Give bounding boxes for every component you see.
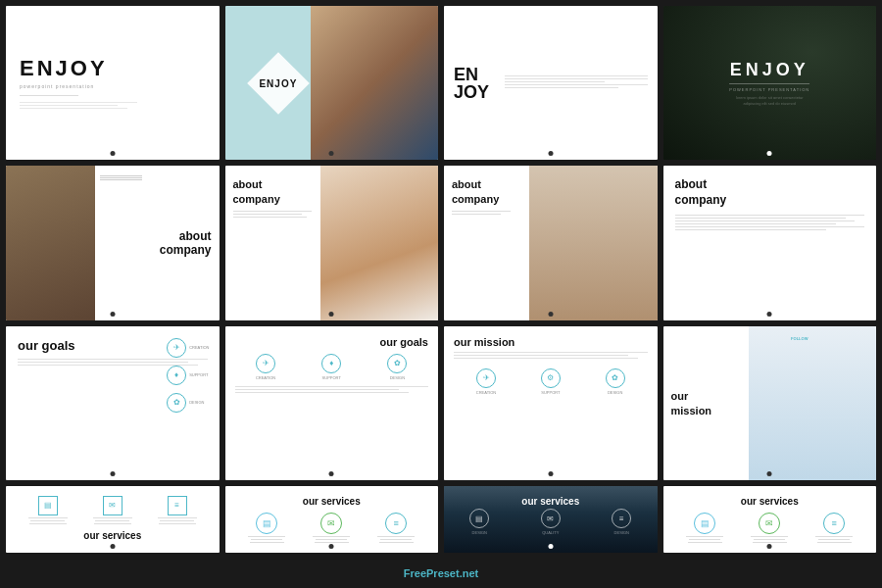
watermark-text: FreePreset.net (404, 567, 478, 579)
dark-service-icon-2: ✉ (541, 509, 561, 528)
slide-dot (110, 151, 115, 156)
coffee-image (320, 166, 438, 319)
slide-dot (548, 151, 553, 156)
slide-dot (548, 544, 553, 549)
goal-grid-icon-2: ♦ (321, 354, 341, 373)
mission-text-left: our mission (671, 389, 712, 417)
services-icons-top: ▤ ✉ ≡ (16, 496, 210, 524)
text-content (675, 215, 865, 230)
slide-dot (110, 312, 115, 317)
text-lines (505, 75, 647, 90)
enjoy-split-text: EN JOY (454, 66, 489, 101)
enjoy-diamond-label: ENJOY (259, 77, 297, 88)
slide-dot (329, 471, 334, 476)
goal-grid-icon-1: ✈ (256, 354, 275, 373)
mission-text (454, 352, 648, 359)
slide-dot (329, 544, 334, 549)
slide-our-services-1[interactable]: ▤ ✉ ≡ our services (6, 486, 220, 553)
service-icon-blue-1: ▤ (256, 513, 277, 534)
goals-title-right: our goals (235, 336, 429, 348)
slide-dot (767, 312, 772, 317)
teal-label: FOLLOW (791, 336, 808, 341)
goals-desc-text (235, 386, 429, 393)
slide-about-woman[interactable]: about company (444, 166, 658, 319)
small-text-block (100, 175, 143, 180)
mission-icon-1: ✈ (476, 368, 496, 388)
goal-icon-2: ♦ (167, 366, 186, 385)
light-service-icon-1: ▤ (694, 513, 715, 534)
slide-our-services-2[interactable]: our services ▤ ✉ ≡ (225, 486, 439, 553)
services-title-light: our services (673, 496, 867, 507)
dark-service-icon-3: ≡ (612, 509, 631, 528)
about-company-text: about company (160, 229, 212, 258)
decorative-line (20, 95, 78, 96)
woman-image (529, 166, 658, 319)
slide-dot (329, 312, 334, 317)
slide-our-services-light[interactable]: our services ▤ ✉ ≡ (663, 486, 877, 553)
slide-about-horse[interactable]: about company (6, 166, 220, 319)
slide-about-coffee[interactable]: about company (225, 166, 439, 319)
slide-dot (110, 471, 115, 476)
services-title-dark: our services (444, 496, 658, 507)
joy-text: JOY (454, 83, 489, 101)
about-company-title: aboutcompany (675, 177, 865, 208)
slide-dot (767, 471, 772, 476)
slide-our-goals-1[interactable]: our goals ✈ CREATION ♦ SUPPORT ✿ DESIGN (6, 326, 220, 480)
slide-dot (329, 151, 334, 156)
dark-service-icon-1: ▤ (469, 509, 489, 528)
slide-dot (110, 544, 115, 549)
goals-icons-column: ✈ CREATION ♦ SUPPORT ✿ DESIGN (167, 338, 209, 413)
services-icons-dark: ▤ DESIGN ✉ QUALITY ≡ DESIGN (444, 509, 658, 535)
en-text: EN (454, 66, 489, 83)
slide-enjoy-dark[interactable]: ENJOY POWERPOINT PRESENTATION lorem ipsu… (663, 6, 877, 160)
goal-icon-3: ✿ (167, 393, 186, 413)
light-service-icon-2: ✉ (759, 513, 780, 534)
slide-our-services-dark[interactable]: our services ▤ DESIGN ✉ QUALITY ≡ DESIGN (444, 486, 658, 553)
slide-dot (767, 544, 772, 549)
enjoy-subtitle: powerpoint presentation (20, 83, 206, 89)
service-icon-green-1: ✉ (320, 513, 342, 534)
watermark-bar: FreePreset.net (0, 559, 882, 588)
services-title-2: our services (235, 496, 429, 507)
slide-enjoy-plain[interactable]: ENJOY powerpoint presentation (6, 6, 220, 160)
slide-dot (548, 312, 553, 317)
enjoy-white-text: ENJOY POWERPOINT PRESENTATION lorem ipsu… (729, 60, 809, 107)
slide-dot (548, 471, 553, 476)
services-title: our services (16, 530, 210, 541)
slide-grid: ENJOY powerpoint presentation ENJOY EN J… (0, 0, 882, 559)
about-company-left: about company (233, 177, 312, 220)
slide-our-mission-1[interactable]: our mission ✈ CREATION ⚙ SUPPORT ✿ DESIG… (444, 326, 658, 480)
slide-our-mission-2[interactable]: our mission FOLLOW (663, 326, 877, 480)
horse-image (6, 166, 95, 319)
services-icons-grid: ▤ ✉ ≡ (235, 513, 429, 543)
goals-icons-grid: ✈ CREATION ♦ SUPPORT ✿ DESIGN (235, 354, 429, 380)
mission-icons-row: ✈ CREATION ⚙ SUPPORT ✿ DESIGN (454, 368, 648, 395)
slide-enjoy-split[interactable]: EN JOY (444, 6, 658, 160)
service-icon-3: ≡ (168, 496, 187, 515)
mission-title: our mission (454, 336, 648, 348)
light-service-icon-3: ≡ (823, 513, 845, 534)
mission-icon-2: ⚙ (541, 368, 561, 388)
body-lines (20, 102, 206, 111)
mountain-image (311, 6, 439, 160)
goal-grid-icon-3: ✿ (387, 354, 407, 373)
enjoy-title: ENJOY (20, 56, 206, 81)
girl-image (749, 326, 877, 480)
service-icon-1: ▤ (38, 496, 58, 515)
slide-dot (767, 151, 772, 156)
slide-about-text[interactable]: aboutcompany (663, 166, 877, 319)
about-company-left: about company (452, 177, 511, 217)
service-icon-2: ✉ (103, 496, 122, 515)
service-icon-teal-1: ≡ (385, 513, 407, 534)
slide-enjoy-mountain[interactable]: ENJOY (225, 6, 439, 160)
slide-our-goals-2[interactable]: our goals ✈ CREATION ♦ SUPPORT ✿ DESIGN (225, 326, 439, 480)
mission-icon-3: ✿ (606, 368, 625, 388)
services-icons-light: ▤ ✉ ≡ (673, 513, 867, 543)
goal-icon-1: ✈ (167, 338, 186, 358)
